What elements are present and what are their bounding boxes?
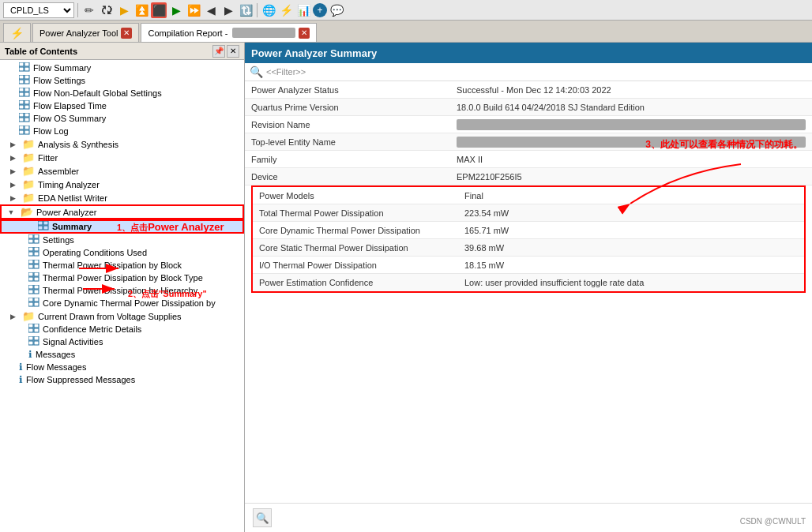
toc-label-power-analyzer-folder: Power Analyzer xyxy=(36,208,96,217)
toc-item-analysis-synthesis[interactable]: ▶📁Analysis & Synthesis xyxy=(0,137,244,151)
svg-rect-46 xyxy=(28,290,33,294)
power-value-power-models: Final xyxy=(464,191,798,200)
toc-label-eda-netlist: EDA Netlist Writer xyxy=(38,193,107,203)
toc-item-flow-summary[interactable]: Flow Summary xyxy=(0,62,244,74)
svg-rect-39 xyxy=(34,264,39,268)
toolbar-btn-refresh[interactable]: 🗘 xyxy=(99,2,115,18)
svg-rect-27 xyxy=(43,226,48,230)
toc-close-btn[interactable]: ✕ xyxy=(227,45,239,58)
svg-rect-53 xyxy=(34,324,39,328)
tab-lightning[interactable]: ⚡ xyxy=(3,23,31,42)
project-dropdown[interactable]: CPLD_LS xyxy=(3,2,74,18)
toc-label-thermal-block: Thermal Power Dissipation by Block xyxy=(43,260,182,270)
toc-label-timing-analyzer: Timing Analyzer xyxy=(38,180,100,189)
toc-label-flow-log: Flow Log xyxy=(33,126,69,136)
svg-rect-1 xyxy=(24,62,29,66)
filter-bar: 🔍 <<Filter>> xyxy=(245,63,812,81)
toolbar-btn-fast-fwd[interactable]: ⏩ xyxy=(186,2,201,18)
data-label-family: Family xyxy=(251,155,457,164)
toolbar-btn-prev[interactable]: ◀ xyxy=(203,2,219,18)
toc-icon-flow-messages: ℹ xyxy=(19,362,23,373)
toolbar-btn-chat[interactable]: 💬 xyxy=(329,2,344,18)
toc-item-flow-messages[interactable]: ℹFlow Messages xyxy=(0,361,244,373)
toc-item-flow-elapsed[interactable]: Flow Elapsed Time xyxy=(0,99,244,112)
tab-compilation-close[interactable]: ✕ xyxy=(299,28,310,39)
expand-icon-analysis-synthesis: ▶ xyxy=(6,140,19,149)
svg-rect-16 xyxy=(19,113,24,117)
svg-rect-23 xyxy=(24,130,29,134)
toc-label-flow-elapsed: Flow Elapsed Time xyxy=(33,101,107,111)
toolbar-btn-lightning[interactable]: ⚡ xyxy=(278,2,294,18)
toolbar-btn-step[interactable]: ⏫ xyxy=(133,2,149,18)
toc-label-flow-suppressed: Flow Suppressed Messages xyxy=(26,375,135,384)
toc-pin-btn[interactable]: 📌 xyxy=(212,45,225,58)
toc-item-flow-settings[interactable]: Flow Settings xyxy=(0,74,244,87)
toc-item-power-analyzer-folder[interactable]: ▼📂Power Analyzer xyxy=(0,204,244,219)
toc-icon-eda-netlist: 📁 xyxy=(22,192,35,204)
toc-item-fitter[interactable]: ▶📁Fitter xyxy=(0,151,244,164)
toolbar-btn-play[interactable]: ▶ xyxy=(168,2,184,18)
toc-icon-flow-os-summary xyxy=(19,113,30,124)
toc-header: Table of Contents 📌 ✕ xyxy=(0,43,244,60)
svg-rect-51 xyxy=(34,302,39,306)
toc-icon-thermal-block xyxy=(28,260,39,271)
toolbar-btn-next[interactable]: ▶ xyxy=(220,2,236,18)
toolbar-btn-edit[interactable]: ✏ xyxy=(81,2,97,18)
power-value-power-estimation: Low: user provided insufficient toggle r… xyxy=(464,278,798,287)
toolbar-btn-compile[interactable]: ▶ xyxy=(116,2,132,18)
toolbar-btn-globe[interactable]: 🌐 xyxy=(261,2,276,18)
svg-rect-33 xyxy=(34,247,39,251)
toc-item-current-drawn[interactable]: ▶📁Current Drawn from Voltage Supplies xyxy=(0,309,244,323)
toolbar-btn-plus[interactable]: + xyxy=(313,3,327,17)
tab-power-analyzer[interactable]: Power Analyzer Tool ✕ xyxy=(32,23,139,42)
data-value-revision-name xyxy=(457,119,806,130)
toc-item-thermal-hierarchy[interactable]: Thermal Power Dissipation by Hierarchy xyxy=(0,284,244,297)
toolbar-btn-chart[interactable]: 📊 xyxy=(295,2,311,18)
svg-rect-57 xyxy=(34,336,39,340)
data-row-quartus-version: Quartus Prime Version18.0.0 Build 614 04… xyxy=(245,99,812,116)
toc-item-operating-conditions[interactable]: Operating Conditions Used xyxy=(0,246,244,259)
search-button[interactable]: 🔍 xyxy=(253,508,272,527)
toc-label-settings: Settings xyxy=(43,235,74,245)
power-label-core-static-thermal: Core Static Thermal Power Dissipation xyxy=(259,243,464,253)
toc-label-flow-non-default: Flow Non-Default Global Settings xyxy=(33,88,162,98)
toc-item-confidence-metric[interactable]: Confidence Metric Details xyxy=(0,323,244,335)
svg-rect-26 xyxy=(38,226,43,230)
toc-icon-core-dynamic xyxy=(28,298,39,309)
toc-item-flow-suppressed[interactable]: ℹFlow Suppressed Messages xyxy=(0,373,244,386)
toc-item-assembler[interactable]: ▶📁Assembler xyxy=(0,164,244,178)
toc-item-summary[interactable]: Summary xyxy=(0,219,244,234)
toc-item-signal-activities[interactable]: Signal Activities xyxy=(0,335,244,348)
toc-item-core-dynamic[interactable]: Core Dynamic Thermal Power Dissipation b… xyxy=(0,297,244,309)
toc-item-flow-os-summary[interactable]: Flow OS Summary xyxy=(0,112,244,125)
svg-rect-8 xyxy=(19,88,24,92)
toc-label-messages: Messages xyxy=(36,350,75,359)
toc-controls: 📌 ✕ xyxy=(212,45,239,58)
toc-item-flow-log[interactable]: Flow Log xyxy=(0,125,244,137)
toc-item-messages[interactable]: ℹMessages xyxy=(0,348,244,361)
tab-compilation-report[interactable]: Compilation Report - ✕ xyxy=(141,23,317,42)
svg-rect-35 xyxy=(34,252,39,256)
toc-item-thermal-block[interactable]: Thermal Power Dissipation by Block xyxy=(0,259,244,272)
svg-rect-15 xyxy=(24,105,29,109)
toc-item-timing-analyzer[interactable]: ▶📁Timing Analyzer xyxy=(0,178,244,191)
svg-rect-36 xyxy=(28,260,33,264)
power-label-core-dynamic-thermal: Core Dynamic Thermal Power Dissipation xyxy=(259,226,464,235)
toc-item-settings[interactable]: Settings xyxy=(0,234,244,246)
toc-icon-fitter: 📁 xyxy=(22,152,35,163)
toc-label-core-dynamic: Core Dynamic Thermal Power Dissipation b… xyxy=(43,298,216,308)
tab-power-analyzer-close[interactable]: ✕ xyxy=(121,28,132,39)
toc-icon-power-analyzer-folder: 📂 xyxy=(21,206,33,218)
expand-icon-fitter: ▶ xyxy=(6,153,19,163)
data-label-device: Device xyxy=(251,172,457,182)
svg-rect-58 xyxy=(28,341,33,345)
toolbar-btn-stop[interactable]: ⬛ xyxy=(151,2,167,18)
data-row-top-level: Top-level Entity Name xyxy=(245,133,812,151)
toc-icon-flow-suppressed: ℹ xyxy=(19,374,23,385)
toolbar-btn-rotate[interactable]: 🔃 xyxy=(238,2,254,18)
svg-rect-37 xyxy=(34,260,39,264)
toc-item-flow-non-default[interactable]: Flow Non-Default Global Settings xyxy=(0,87,244,99)
toc-item-eda-netlist[interactable]: ▶📁EDA Netlist Writer xyxy=(0,191,244,204)
power-value-core-dynamic-thermal: 165.71 mW xyxy=(464,226,798,235)
toc-item-thermal-block-type[interactable]: Thermal Power Dissipation by Block Type xyxy=(0,272,244,284)
